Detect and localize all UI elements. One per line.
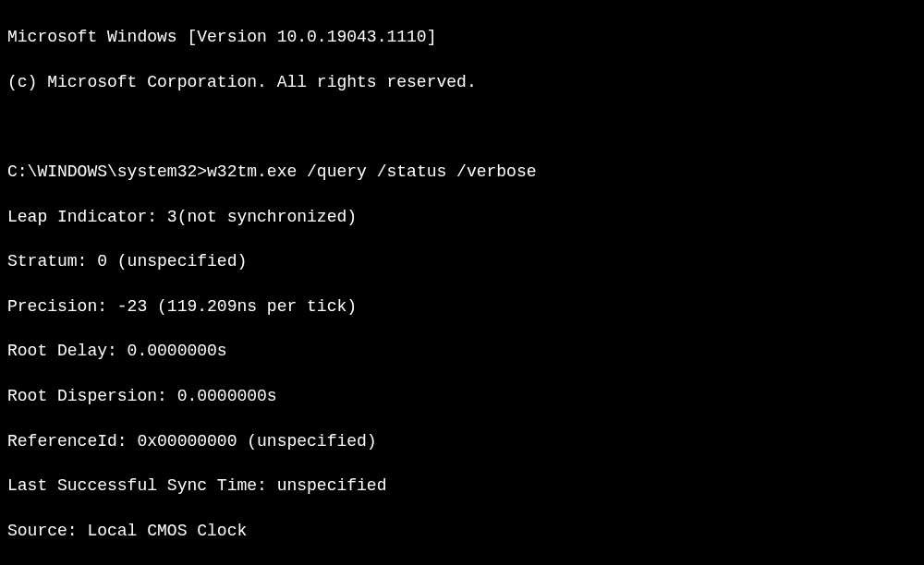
output-leap-indicator: Leap Indicator: 3(not synchronized) [7, 206, 917, 228]
blank-line [7, 115, 917, 138]
output-root-dispersion: Root Dispersion: 0.0000000s [7, 385, 917, 407]
prompt-path: C:\WINDOWS\system32> [7, 162, 207, 181]
entered-command: w32tm.exe /query /status /verbose [207, 162, 536, 181]
version-line: Microsoft Windows [Version 10.0.19043.11… [7, 26, 917, 48]
output-stratum: Stratum: 0 (unspecified) [7, 250, 917, 272]
prompt-line-1: C:\WINDOWS\system32>w32tm.exe /query /st… [7, 161, 917, 183]
output-precision: Precision: -23 (119.209ns per tick) [7, 295, 917, 318]
terminal-output[interactable]: Microsoft Windows [Version 10.0.19043.11… [7, 4, 917, 565]
output-last-sync-time: Last Successful Sync Time: unspecified [7, 475, 917, 497]
output-source: Source: Local CMOS Clock [7, 520, 917, 542]
output-root-delay: Root Delay: 0.0000000s [7, 340, 917, 362]
copyright-line: (c) Microsoft Corporation. All rights re… [7, 71, 917, 93]
output-reference-id: ReferenceId: 0x00000000 (unspecified) [7, 430, 917, 452]
